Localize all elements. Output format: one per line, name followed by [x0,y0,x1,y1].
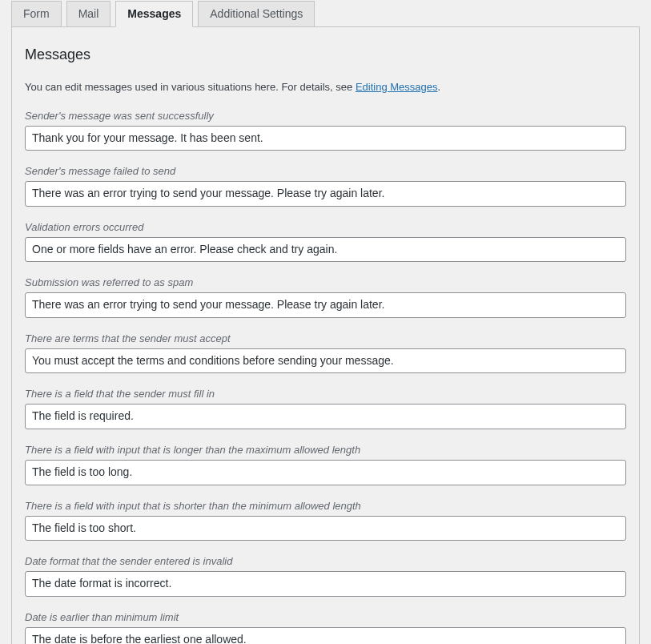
field-label: Date format that the sender entered is i… [25,555,626,567]
message-input-sent-ok[interactable] [25,126,626,151]
field-label: There is a field with input that is shor… [25,500,626,512]
field-group: Date is earlier than minimum limit [25,611,626,644]
field-label: There is a field that the sender must fi… [25,388,626,400]
message-input-date-too-early[interactable] [25,627,626,644]
tab-additional-settings[interactable]: Additional Settings [198,1,315,27]
field-group: Date format that the sender entered is i… [25,555,626,597]
field-label: There are terms that the sender must acc… [25,332,626,344]
tab-mail[interactable]: Mail [66,1,111,27]
field-label: Submission was referred to as spam [25,276,626,288]
message-input-required[interactable] [25,404,626,429]
field-group: Sender's message was sent successfully [25,110,626,151]
tabs-container: Form Mail Messages Additional Settings [0,0,651,26]
field-label: Sender's message was sent successfully [25,110,626,122]
field-group: There is a field with input that is shor… [25,500,626,541]
field-group: There are terms that the sender must acc… [25,332,626,374]
message-input-validation-error[interactable] [25,237,626,263]
intro-suffix: . [438,81,441,93]
intro-prefix: You can edit messages used in various si… [25,81,356,93]
field-group: Sender's message failed to send [25,165,626,207]
message-input-accept-terms[interactable] [25,348,626,374]
message-input-too-long[interactable] [25,460,626,485]
message-input-sent-ng[interactable] [25,181,626,207]
field-label: Sender's message failed to send [25,165,626,177]
messages-panel: Messages You can edit messages used in v… [11,26,640,644]
editing-messages-link[interactable]: Editing Messages [356,81,438,93]
field-label: Validation errors occurred [25,221,626,233]
field-label: Date is earlier than minimum limit [25,611,626,623]
tab-form[interactable]: Form [11,1,62,27]
field-group: Submission was referred to as spam [25,276,626,318]
panel-title: Messages [25,46,626,63]
field-group: There is a field with input that is long… [25,444,626,485]
tab-messages[interactable]: Messages [115,1,193,27]
field-group: Validation errors occurred [25,221,626,263]
field-group: There is a field that the sender must fi… [25,388,626,429]
intro-text: You can edit messages used in various si… [25,79,626,95]
field-label: There is a field with input that is long… [25,444,626,456]
message-input-too-short[interactable] [25,516,626,541]
message-input-spam[interactable] [25,292,626,318]
message-input-date-invalid[interactable] [25,571,626,597]
